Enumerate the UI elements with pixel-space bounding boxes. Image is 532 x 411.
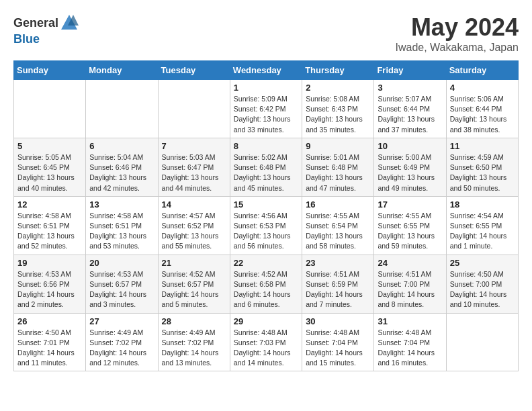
calendar-cell: 5Sunrise: 5:05 AMSunset: 6:45 PMDaylight…: [14, 138, 86, 196]
day-number: 15: [234, 199, 298, 210]
day-info: Sunrise: 5:09 AMSunset: 6:42 PMDaylight:…: [234, 94, 298, 135]
calendar-cell: 8Sunrise: 5:02 AMSunset: 6:48 PMDaylight…: [230, 138, 302, 196]
calendar-cell: 13Sunrise: 4:58 AMSunset: 6:51 PMDayligh…: [86, 196, 158, 255]
calendar-cell: 23Sunrise: 4:51 AMSunset: 6:59 PMDayligh…: [302, 255, 374, 313]
day-info: Sunrise: 4:54 AMSunset: 6:55 PMDaylight:…: [450, 211, 515, 252]
calendar-cell: 26Sunrise: 4:50 AMSunset: 7:01 PMDayligh…: [14, 313, 86, 371]
day-number: 20: [89, 258, 154, 268]
calendar-cell: 20Sunrise: 4:53 AMSunset: 6:57 PMDayligh…: [86, 255, 158, 313]
logo: General Blue: [13, 13, 79, 46]
calendar-cell: 28Sunrise: 4:49 AMSunset: 7:02 PMDayligh…: [158, 313, 230, 371]
day-info: Sunrise: 4:50 AMSunset: 7:00 PMDaylight:…: [450, 269, 515, 310]
calendar-cell: [14, 80, 86, 138]
logo-general: General: [13, 16, 58, 30]
day-number: 14: [162, 199, 226, 210]
calendar-cell: 21Sunrise: 4:52 AMSunset: 6:57 PMDayligh…: [158, 255, 230, 313]
location-title: Iwade, Wakakama, Japan: [396, 42, 519, 54]
day-number: 25: [450, 258, 515, 268]
day-info: Sunrise: 5:03 AMSunset: 6:47 PMDaylight:…: [162, 152, 226, 193]
day-info: Sunrise: 4:55 AMSunset: 6:54 PMDaylight:…: [306, 211, 370, 252]
day-info: Sunrise: 4:52 AMSunset: 6:57 PMDaylight:…: [162, 269, 226, 310]
calendar-week-1: 1Sunrise: 5:09 AMSunset: 6:42 PMDaylight…: [14, 80, 519, 138]
day-info: Sunrise: 5:06 AMSunset: 6:44 PMDaylight:…: [450, 94, 515, 135]
weekday-tuesday: Tuesday: [158, 61, 230, 80]
day-number: 2: [306, 83, 370, 93]
calendar-cell: 31Sunrise: 4:48 AMSunset: 7:04 PMDayligh…: [374, 313, 446, 371]
calendar-cell: 12Sunrise: 4:58 AMSunset: 6:51 PMDayligh…: [14, 196, 86, 255]
day-info: Sunrise: 4:58 AMSunset: 6:51 PMDaylight:…: [89, 211, 154, 252]
calendar-cell: 25Sunrise: 4:50 AMSunset: 7:00 PMDayligh…: [446, 255, 518, 313]
day-number: 9: [306, 141, 370, 151]
logo-blue: Blue: [13, 32, 40, 46]
month-title: May 2024: [396, 13, 519, 42]
calendar-cell: 6Sunrise: 5:04 AMSunset: 6:46 PMDaylight…: [86, 138, 158, 196]
calendar-week-2: 5Sunrise: 5:05 AMSunset: 6:45 PMDaylight…: [14, 138, 519, 196]
day-number: 3: [378, 83, 442, 93]
calendar-cell: 17Sunrise: 4:55 AMSunset: 6:55 PMDayligh…: [374, 196, 446, 255]
day-number: 4: [450, 83, 515, 93]
day-info: Sunrise: 4:53 AMSunset: 6:56 PMDaylight:…: [17, 269, 82, 310]
calendar-cell: 2Sunrise: 5:08 AMSunset: 6:43 PMDaylight…: [302, 80, 374, 138]
day-info: Sunrise: 4:49 AMSunset: 7:02 PMDaylight:…: [162, 328, 226, 369]
day-number: 17: [378, 199, 442, 210]
day-info: Sunrise: 5:08 AMSunset: 6:43 PMDaylight:…: [306, 94, 370, 135]
calendar-cell: [86, 80, 158, 138]
day-info: Sunrise: 4:50 AMSunset: 7:01 PMDaylight:…: [17, 328, 82, 369]
day-info: Sunrise: 4:56 AMSunset: 6:53 PMDaylight:…: [234, 211, 298, 252]
day-info: Sunrise: 5:01 AMSunset: 6:48 PMDaylight:…: [306, 152, 370, 193]
day-info: Sunrise: 4:57 AMSunset: 6:52 PMDaylight:…: [162, 211, 226, 252]
weekday-header-row: SundayMondayTuesdayWednesdayThursdayFrid…: [14, 61, 519, 80]
day-info: Sunrise: 4:48 AMSunset: 7:04 PMDaylight:…: [306, 328, 370, 369]
day-number: 8: [234, 141, 298, 151]
day-info: Sunrise: 4:51 AMSunset: 7:00 PMDaylight:…: [378, 269, 442, 310]
day-info: Sunrise: 4:49 AMSunset: 7:02 PMDaylight:…: [89, 328, 154, 369]
calendar-cell: 15Sunrise: 4:56 AMSunset: 6:53 PMDayligh…: [230, 196, 302, 255]
weekday-saturday: Saturday: [446, 61, 518, 80]
day-info: Sunrise: 5:00 AMSunset: 6:49 PMDaylight:…: [378, 152, 442, 193]
calendar-cell: 7Sunrise: 5:03 AMSunset: 6:47 PMDaylight…: [158, 138, 230, 196]
calendar-cell: 10Sunrise: 5:00 AMSunset: 6:49 PMDayligh…: [374, 138, 446, 196]
day-number: 10: [378, 141, 442, 151]
calendar-cell: 27Sunrise: 4:49 AMSunset: 7:02 PMDayligh…: [86, 313, 158, 371]
day-number: 16: [306, 199, 370, 210]
title-block: May 2024 Iwade, Wakakama, Japan: [396, 13, 519, 54]
weekday-thursday: Thursday: [302, 61, 374, 80]
day-number: 29: [234, 316, 298, 326]
calendar-cell: 16Sunrise: 4:55 AMSunset: 6:54 PMDayligh…: [302, 196, 374, 255]
day-info: Sunrise: 5:02 AMSunset: 6:48 PMDaylight:…: [234, 152, 298, 193]
calendar-week-5: 26Sunrise: 4:50 AMSunset: 7:01 PMDayligh…: [14, 313, 519, 371]
day-info: Sunrise: 4:53 AMSunset: 6:57 PMDaylight:…: [89, 269, 154, 310]
day-info: Sunrise: 4:48 AMSunset: 7:04 PMDaylight:…: [378, 328, 442, 369]
day-number: 22: [234, 258, 298, 268]
weekday-wednesday: Wednesday: [230, 61, 302, 80]
calendar-week-4: 19Sunrise: 4:53 AMSunset: 6:56 PMDayligh…: [14, 255, 519, 313]
day-number: 1: [234, 83, 298, 93]
day-number: 7: [162, 141, 226, 151]
day-number: 18: [450, 199, 515, 210]
day-number: 12: [17, 199, 82, 210]
calendar-week-3: 12Sunrise: 4:58 AMSunset: 6:51 PMDayligh…: [14, 196, 519, 255]
day-info: Sunrise: 4:51 AMSunset: 6:59 PMDaylight:…: [306, 269, 370, 310]
calendar-table: SundayMondayTuesdayWednesdayThursdayFrid…: [13, 60, 519, 371]
calendar-cell: 4Sunrise: 5:06 AMSunset: 6:44 PMDaylight…: [446, 80, 518, 138]
day-number: 6: [89, 141, 154, 151]
day-number: 23: [306, 258, 370, 268]
day-number: 28: [162, 316, 226, 326]
calendar-cell: 3Sunrise: 5:07 AMSunset: 6:44 PMDaylight…: [374, 80, 446, 138]
day-number: 21: [162, 258, 226, 268]
calendar-cell: 30Sunrise: 4:48 AMSunset: 7:04 PMDayligh…: [302, 313, 374, 371]
weekday-monday: Monday: [86, 61, 158, 80]
day-number: 5: [17, 141, 82, 151]
calendar-cell: [158, 80, 230, 138]
calendar-cell: 18Sunrise: 4:54 AMSunset: 6:55 PMDayligh…: [446, 196, 518, 255]
weekday-sunday: Sunday: [14, 61, 86, 80]
day-info: Sunrise: 5:07 AMSunset: 6:44 PMDaylight:…: [378, 94, 442, 135]
day-number: 24: [378, 258, 442, 268]
calendar-cell: 11Sunrise: 4:59 AMSunset: 6:50 PMDayligh…: [446, 138, 518, 196]
weekday-friday: Friday: [374, 61, 446, 80]
day-number: 26: [17, 316, 82, 326]
day-info: Sunrise: 5:04 AMSunset: 6:46 PMDaylight:…: [89, 152, 154, 193]
day-number: 11: [450, 141, 515, 151]
calendar-cell: 1Sunrise: 5:09 AMSunset: 6:42 PMDaylight…: [230, 80, 302, 138]
calendar-cell: 19Sunrise: 4:53 AMSunset: 6:56 PMDayligh…: [14, 255, 86, 313]
